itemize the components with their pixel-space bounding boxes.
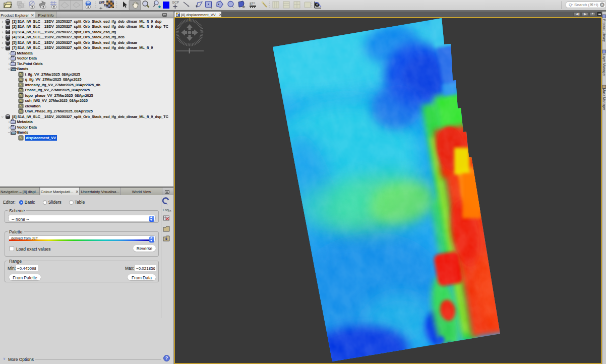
svg-text:Mask Manager: Mask Manager [602, 88, 606, 110]
svg-text:GCP: GCP [172, 1, 179, 4]
svg-text:a?=: a?= [250, 2, 255, 5]
svg-text:10: 10 [168, 210, 171, 213]
svg-text:Layer Manager: Layer Manager [602, 54, 606, 77]
svg-text:Product Library: Product Library [602, 19, 606, 42]
